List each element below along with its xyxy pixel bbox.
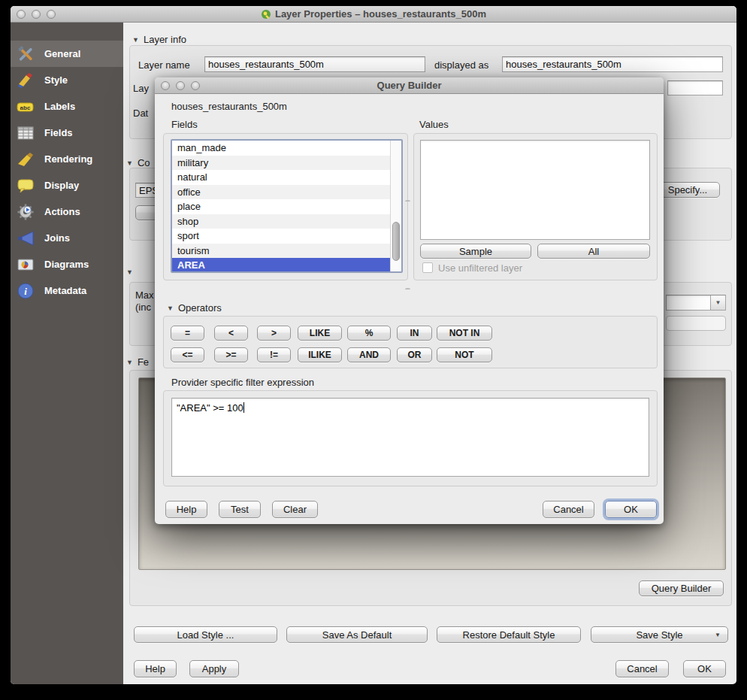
features-section-header[interactable]: ▼ Fe — [126, 356, 149, 368]
splitter-handle[interactable] — [405, 200, 410, 203]
close-button[interactable] — [17, 10, 26, 19]
field-list-item[interactable]: tourism — [172, 244, 390, 259]
field-list-item-selected[interactable]: AREA — [172, 258, 390, 273]
crs-section-header[interactable]: ▼ Co — [126, 157, 150, 168]
operator-ge-button[interactable]: >= — [214, 347, 248, 362]
sidebar-item-rendering[interactable]: Rendering — [11, 146, 123, 172]
splitter-handle[interactable] — [405, 288, 410, 291]
scale-section-header[interactable]: ▼ — [126, 268, 133, 276]
chevron-down-icon: ▼ — [715, 632, 721, 638]
dialog-test-button[interactable]: Test — [219, 501, 261, 518]
layer-source-input[interactable] — [667, 80, 723, 95]
layer-name-input[interactable]: houses_restaurants_500m — [204, 56, 425, 72]
operator-le-button[interactable]: <= — [171, 347, 204, 362]
operator-eq-button[interactable]: = — [171, 326, 204, 341]
operator-like-button[interactable]: LIKE — [298, 326, 342, 341]
operator-not-button[interactable]: NOT — [437, 347, 492, 362]
style-icon — [17, 71, 35, 89]
collapse-triangle-icon: ▼ — [126, 359, 133, 366]
layer-info-section-header[interactable]: ▼ Layer info — [132, 34, 186, 45]
query-builder-button[interactable]: Query Builder — [639, 580, 724, 596]
field-list-item[interactable]: sport — [172, 229, 390, 244]
section-label: Layer info — [144, 34, 186, 45]
sidebar-item-actions[interactable]: Actions — [11, 198, 123, 225]
field-list-item[interactable]: military — [172, 156, 390, 171]
section-label: Co — [138, 157, 150, 168]
query-builder-dialog: Query Builder houses_restaurants_500m Fi… — [155, 77, 664, 524]
chevron-down-icon[interactable]: ▼ — [710, 295, 725, 310]
displayed-as-label: displayed as — [434, 59, 488, 71]
operator-pct-button[interactable]: % — [347, 326, 391, 341]
sidebar-item-label: Display — [44, 180, 79, 191]
collapse-triangle-icon: ▼ — [167, 305, 174, 312]
minimize-button[interactable] — [32, 10, 41, 19]
close-button[interactable] — [161, 81, 170, 90]
dialog-cancel-button[interactable]: Cancel — [543, 501, 594, 518]
values-list[interactable] — [420, 140, 650, 240]
scale-field[interactable] — [666, 316, 726, 331]
operator-in-button[interactable]: IN — [397, 326, 432, 341]
sidebar-item-label: Diagrams — [44, 259, 89, 270]
field-list-item[interactable]: place — [172, 199, 390, 214]
window-title: Layer Properties – houses_restaurants_50… — [275, 8, 486, 20]
operator-ne-button[interactable]: != — [257, 347, 291, 362]
all-button[interactable]: All — [537, 244, 650, 259]
sidebar-item-metadata[interactable]: i Metadata — [11, 277, 123, 304]
field-list-item[interactable]: office — [172, 185, 390, 200]
operator-lt-button[interactable]: < — [214, 326, 248, 341]
help-button[interactable]: Help — [134, 660, 177, 677]
sidebar-item-general[interactable]: General — [11, 41, 123, 67]
operator-notin-button[interactable]: NOT IN — [437, 326, 492, 341]
scrollbar-thumb[interactable] — [392, 222, 400, 261]
fields-icon — [17, 124, 35, 142]
scale-combobox[interactable]: ▼ — [666, 295, 726, 311]
dialog-title: Query Builder — [377, 80, 442, 91]
zoom-button[interactable] — [47, 10, 56, 19]
inc-label-clipped: (inc — [135, 302, 151, 313]
svg-text:i: i — [24, 286, 27, 297]
ok-button[interactable]: OK — [683, 660, 726, 677]
filter-expression-textarea[interactable]: "AREA" >= 100 — [171, 398, 649, 477]
dialog-ok-button[interactable]: OK — [605, 501, 657, 518]
fields-label: Fields — [171, 119, 198, 130]
displayed-as-input[interactable]: houses_restaurants_500m — [502, 56, 723, 72]
fields-list[interactable]: man_made military natural office place s… — [171, 139, 403, 273]
fields-scrollbar[interactable] — [390, 141, 401, 271]
zoom-button[interactable] — [191, 81, 200, 90]
use-unfiltered-label: Use unfiltered layer — [438, 262, 522, 274]
general-icon — [17, 45, 35, 63]
sidebar-item-style[interactable]: Style — [11, 67, 123, 93]
apply-button[interactable]: Apply — [189, 660, 239, 677]
sidebar-item-diagrams[interactable]: Diagrams — [11, 251, 123, 277]
dialog-titlebar[interactable]: Query Builder — [155, 77, 664, 94]
operators-section-header[interactable]: ▼ Operators — [167, 302, 222, 314]
restore-default-style-button[interactable]: Restore Default Style — [437, 626, 581, 643]
max-label-clipped: Max — [135, 289, 154, 301]
field-list-item[interactable]: natural — [172, 170, 390, 185]
cancel-button[interactable]: Cancel — [615, 660, 669, 677]
display-icon — [17, 177, 35, 195]
actions-icon — [17, 203, 35, 221]
field-list-item[interactable]: man_made — [172, 141, 390, 156]
specify-button[interactable]: Specify... — [655, 182, 720, 198]
sample-button[interactable]: Sample — [420, 244, 531, 259]
properties-sidebar: General Style abc Labels — [11, 23, 123, 684]
field-list-item[interactable]: shop — [172, 214, 390, 229]
dialog-help-button[interactable]: Help — [165, 501, 207, 518]
save-style-button[interactable]: Save Style ▼ — [591, 626, 728, 643]
save-as-default-button[interactable]: Save As Default — [286, 626, 428, 643]
operator-or-button[interactable]: OR — [397, 347, 432, 362]
minimize-button[interactable] — [176, 81, 185, 90]
window-titlebar[interactable]: Layer Properties – houses_restaurants_50… — [11, 6, 736, 23]
sidebar-item-fields[interactable]: Fields — [11, 120, 123, 146]
operator-and-button[interactable]: AND — [347, 347, 391, 362]
data-source-label-clipped: Dat — [133, 108, 148, 119]
operator-gt-button[interactable]: > — [257, 326, 291, 341]
use-unfiltered-checkbox[interactable] — [422, 262, 433, 273]
sidebar-item-labels[interactable]: abc Labels — [11, 93, 123, 120]
sidebar-item-joins[interactable]: Joins — [11, 225, 123, 251]
dialog-clear-button[interactable]: Clear — [272, 501, 318, 518]
load-style-button[interactable]: Load Style ... — [134, 626, 277, 643]
sidebar-item-display[interactable]: Display — [11, 172, 123, 198]
operator-ilike-button[interactable]: ILIKE — [298, 347, 342, 362]
